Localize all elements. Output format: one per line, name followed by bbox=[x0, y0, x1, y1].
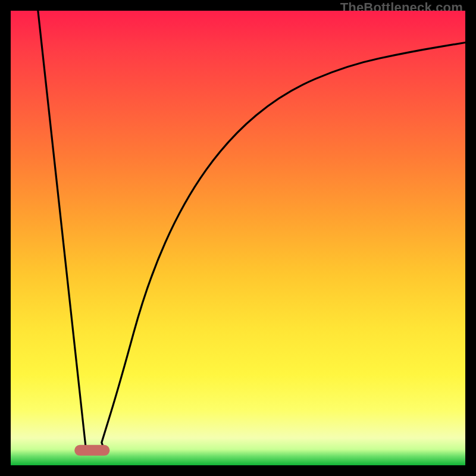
chart-svg bbox=[11, 11, 465, 465]
trough-marker-icon bbox=[74, 445, 109, 456]
chart-curve bbox=[38, 11, 465, 450]
chart-frame bbox=[11, 11, 465, 465]
chart-stage: TheBottleneck.com bbox=[0, 0, 476, 476]
